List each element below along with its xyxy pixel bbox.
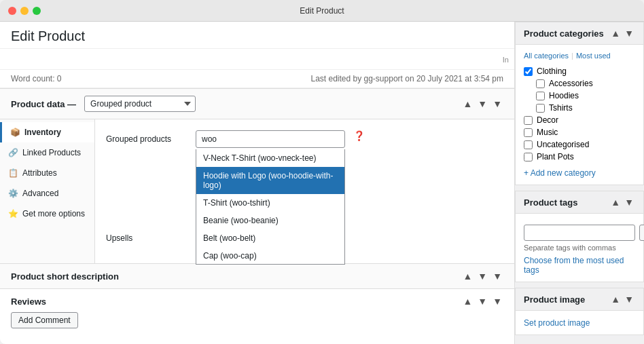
tab-linked-products[interactable]: 🔗 Linked Products bbox=[0, 142, 94, 163]
tab-content: Grouped products V-Neck T-Shirt (woo-vne… bbox=[95, 119, 514, 263]
category-music-checkbox[interactable] bbox=[524, 128, 533, 137]
dropdown-item-hoodie-logo[interactable]: Hoodie with Logo (woo-hoodie-with-logo) bbox=[196, 167, 344, 194]
categories-up-btn[interactable]: ▲ bbox=[609, 28, 622, 39]
category-plant-pots: Plant Pots bbox=[524, 151, 635, 163]
add-comment-button[interactable]: Add Comment bbox=[11, 312, 78, 328]
category-accessories-checkbox[interactable] bbox=[536, 79, 545, 88]
category-tshirts: Tshirts bbox=[524, 102, 635, 114]
tags-arrows: ▲ ▼ bbox=[609, 197, 635, 208]
tab-attributes-label: Attributes bbox=[22, 168, 57, 178]
categories-nav: All categories | Most used bbox=[524, 52, 635, 60]
category-tshirts-label: Tshirts bbox=[549, 103, 573, 113]
product-image-title: Product image bbox=[524, 294, 585, 305]
short-description-section: Product short description ▲ ▼ ▼ bbox=[0, 263, 514, 288]
category-hoodies-checkbox[interactable] bbox=[536, 92, 545, 100]
dropdown-item-cap[interactable]: Cap (woo-cap) bbox=[196, 247, 344, 265]
dropdown-item-beanie[interactable]: Beanie (woo-beanie) bbox=[196, 212, 344, 229]
reviews-section: Reviews ▲ ▼ ▼ Add Comment bbox=[0, 288, 514, 335]
tags-hint: Separate tags with commas bbox=[524, 244, 635, 252]
categories-down-btn[interactable]: ▼ bbox=[623, 28, 635, 39]
collapse-up-btn[interactable]: ▲ bbox=[461, 98, 473, 109]
tab-get-more-options-label: Get more options bbox=[22, 209, 85, 218]
page-header: Edit Product bbox=[0, 22, 514, 49]
category-clothing: Clothing bbox=[524, 65, 635, 77]
close-button[interactable] bbox=[8, 7, 16, 15]
grouped-products-search[interactable] bbox=[196, 130, 345, 148]
category-uncategorised-checkbox[interactable] bbox=[524, 140, 533, 149]
collapse-down-btn[interactable]: ▼ bbox=[476, 98, 488, 109]
tags-widget-header: Product tags ▲ ▼ bbox=[516, 191, 643, 214]
tags-up-btn[interactable]: ▲ bbox=[609, 197, 622, 208]
tags-input[interactable] bbox=[524, 225, 635, 241]
product-type-select[interactable]: Grouped product Simple product External/… bbox=[84, 96, 196, 112]
category-decor: Decor bbox=[524, 114, 635, 126]
dropdown-item-belt[interactable]: Belt (woo-belt) bbox=[196, 229, 344, 247]
add-tag-button[interactable]: Add bbox=[639, 225, 644, 241]
categories-widget-header: Product categories ▲ ▼ bbox=[516, 22, 643, 45]
category-hoodies-label: Hoodies bbox=[549, 91, 579, 100]
attributes-icon: 📋 bbox=[8, 168, 18, 178]
tags-widget: Product tags ▲ ▼ Add Separate tags with … bbox=[515, 191, 644, 282]
category-plant-pots-checkbox[interactable] bbox=[524, 153, 533, 161]
maximize-button[interactable] bbox=[33, 7, 41, 15]
tags-widget-body: Add Separate tags with commas Choose fro… bbox=[516, 214, 643, 282]
collapse-toggle-btn[interactable]: ▼ bbox=[491, 98, 503, 109]
minimize-button[interactable] bbox=[20, 7, 29, 15]
product-image-arrows: ▲ ▼ bbox=[609, 294, 635, 305]
categories-widget-body: All categories | Most used Clothing Acce… bbox=[516, 45, 643, 185]
linked-products-icon: 🔗 bbox=[8, 148, 18, 157]
reviews-down-btn[interactable]: ▼ bbox=[476, 296, 488, 307]
tab-attributes[interactable]: 📋 Attributes bbox=[0, 163, 94, 183]
grouped-products-dropdown: V-Neck T-Shirt (woo-vneck-tee) Hoodie wi… bbox=[196, 149, 345, 265]
advanced-icon: ⚙️ bbox=[8, 189, 18, 198]
tab-advanced-label: Advanced bbox=[22, 189, 58, 198]
inventory-icon: 📦 bbox=[10, 128, 20, 137]
set-product-image-link[interactable]: Set product image bbox=[524, 318, 590, 328]
category-hoodies: Hoodies bbox=[524, 90, 635, 102]
grouped-products-container: V-Neck T-Shirt (woo-vneck-tee) Hoodie wi… bbox=[196, 130, 345, 148]
category-music-label: Music bbox=[537, 128, 558, 137]
tab-inventory-label: Inventory bbox=[24, 128, 61, 137]
product-image-widget: Product image ▲ ▼ Set product image bbox=[515, 288, 644, 335]
category-music: Music bbox=[524, 126, 635, 138]
category-clothing-label: Clothing bbox=[537, 66, 567, 76]
category-tshirts-checkbox[interactable] bbox=[536, 104, 545, 113]
product-data-label: Product data — bbox=[11, 99, 76, 109]
category-decor-checkbox[interactable] bbox=[524, 116, 533, 125]
page-title: Edit Product bbox=[11, 28, 503, 44]
short-desc-down-btn[interactable]: ▼ bbox=[476, 271, 488, 282]
get-more-options-icon: ⭐ bbox=[8, 209, 18, 218]
left-panel: Edit Product In Word count: 0 Last edite… bbox=[0, 22, 515, 344]
tab-get-more-options[interactable]: ⭐ Get more options bbox=[0, 204, 94, 224]
add-new-category-link[interactable]: + Add new category bbox=[524, 168, 635, 178]
choose-tags-link[interactable]: Choose from the most used tags bbox=[524, 256, 635, 275]
product-image-down-btn[interactable]: ▼ bbox=[623, 294, 635, 305]
grouped-products-help[interactable]: ❓ bbox=[353, 130, 365, 141]
grouped-products-label: Grouped products bbox=[106, 130, 187, 144]
dropdown-item-vneck[interactable]: V-Neck T-Shirt (woo-vneck-tee) bbox=[196, 149, 344, 167]
tab-advanced[interactable]: ⚙️ Advanced bbox=[0, 183, 94, 204]
category-uncategorised-label: Uncategorised bbox=[537, 140, 589, 149]
content-area[interactable]: In bbox=[0, 49, 514, 69]
product-image-up-btn[interactable]: ▲ bbox=[609, 294, 622, 305]
category-plant-pots-label: Plant Pots bbox=[537, 152, 574, 161]
reviews-up-btn[interactable]: ▲ bbox=[461, 296, 473, 307]
search-input-wrapper: V-Neck T-Shirt (woo-vneck-tee) Hoodie wi… bbox=[196, 130, 345, 148]
dropdown-item-tshirt[interactable]: T-Shirt (woo-tshirt) bbox=[196, 194, 344, 212]
tab-inventory[interactable]: 📦 Inventory bbox=[0, 122, 94, 142]
most-used-link[interactable]: Most used bbox=[576, 52, 611, 60]
category-clothing-checkbox[interactable] bbox=[524, 67, 533, 76]
product-data-header: Product data — Grouped product Simple pr… bbox=[0, 88, 514, 119]
short-desc-toggle-btn[interactable]: ▼ bbox=[491, 271, 503, 282]
data-tabs: 📦 Inventory 🔗 Linked Products 📋 Attribut… bbox=[0, 119, 95, 263]
in-indicator: In bbox=[503, 56, 509, 64]
reviews-toggle-btn[interactable]: ▼ bbox=[491, 296, 503, 307]
all-categories-link[interactable]: All categories bbox=[524, 52, 569, 60]
traffic-lights bbox=[8, 7, 41, 15]
word-count-bar: Word count: 0 Last edited by gg-support … bbox=[0, 69, 514, 88]
word-count: Word count: 0 bbox=[11, 74, 61, 83]
section-arrows: ▲ ▼ ▼ bbox=[461, 98, 503, 109]
short-desc-up-btn[interactable]: ▲ bbox=[461, 271, 473, 282]
tags-down-btn[interactable]: ▼ bbox=[623, 197, 635, 208]
titlebar-title: Edit Product bbox=[300, 6, 344, 16]
